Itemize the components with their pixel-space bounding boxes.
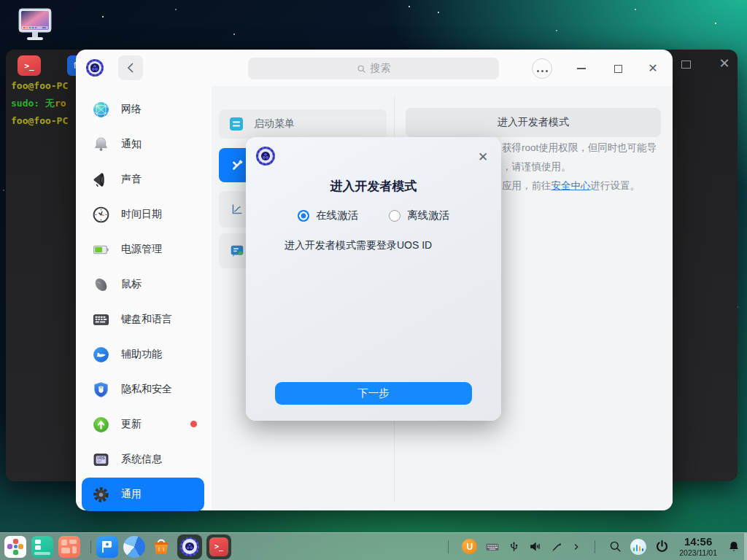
dialog-hint: 进入开发者模式需要登录UOS ID <box>285 239 432 252</box>
launcher-icon[interactable] <box>4 536 26 558</box>
minimize-button[interactable] <box>571 58 592 79</box>
update-badge <box>190 421 197 427</box>
terminal-icon: >_ <box>209 537 228 556</box>
minimize-icon <box>577 68 586 69</box>
volume-tray-icon[interactable] <box>528 540 542 553</box>
close-button[interactable]: ✕ <box>643 58 663 79</box>
update-icon <box>92 416 110 434</box>
system-tray: U <box>443 536 747 557</box>
svg-text:UOS: UOS <box>97 456 104 459</box>
terminal-app-icon: >_ <box>18 55 41 76</box>
sidebar-item-mouse[interactable]: 鼠标 <box>76 267 212 302</box>
sidebar-item-general[interactable]: 通用 <box>82 478 204 511</box>
usb-tray-icon[interactable] <box>508 540 520 553</box>
keyboard-tray-icon[interactable] <box>485 540 500 554</box>
sidebar-item-power[interactable]: 电源管理 <box>76 232 212 267</box>
experience-plan-icon <box>229 201 245 217</box>
terminal-close-button[interactable]: ✕ <box>715 54 734 73</box>
accessibility-icon <box>92 346 110 364</box>
power-icon <box>92 241 110 259</box>
mouse-icon <box>92 276 110 294</box>
sidebar-item-update[interactable]: 更新 <box>76 407 212 442</box>
file-manager-icon[interactable] <box>96 536 118 558</box>
maximize-button[interactable] <box>608 58 628 79</box>
search-icon <box>357 64 366 74</box>
power-tray-icon[interactable] <box>654 539 670 554</box>
info-line-2: ，请谨慎使用。 <box>502 158 657 176</box>
tray-separator <box>448 540 449 553</box>
sound-icon <box>92 171 110 189</box>
sidebar-item-sound[interactable]: 声音 <box>76 162 212 197</box>
radio-selected-icon[interactable] <box>298 210 309 222</box>
control-center-logo-icon <box>86 59 104 77</box>
control-center-taskbar-active[interactable] <box>177 534 202 559</box>
dialog-logo-icon <box>256 147 275 166</box>
app-store-icon[interactable] <box>150 536 172 558</box>
online-activation-option[interactable]: 在线激活 <box>298 209 358 222</box>
terminal-maximize-button[interactable] <box>681 61 691 69</box>
dialog-close-button[interactable]: ✕ <box>475 149 491 165</box>
info-line-3: 应用，前往安全中心进行设置。 <box>502 176 657 195</box>
grand-search-icon[interactable] <box>608 540 622 553</box>
developer-mode-dialog: ✕ 进入开发者模式 在线激活 离线激活 进入开发者模式需要登录UOS ID 下一… <box>246 137 501 421</box>
app-grid-icon[interactable] <box>58 536 80 558</box>
taskbar-clock[interactable]: 14:56 2023/11/01 <box>679 536 717 557</box>
clock-date: 2023/11/01 <box>679 549 717 557</box>
dialog-title: 进入开发者模式 <box>246 178 501 195</box>
system-info-icon: UOS <box>92 451 110 469</box>
next-step-button[interactable]: 下一步 <box>275 382 472 405</box>
browser-icon[interactable] <box>123 536 145 558</box>
general-gear-icon <box>92 486 110 504</box>
enter-developer-mode-button[interactable]: 进入开发者模式 <box>406 108 661 137</box>
expand-chevron-icon[interactable] <box>571 541 581 553</box>
launch-menu-icon <box>229 117 244 131</box>
search-input[interactable]: 搜索 <box>248 58 499 79</box>
sidebar-item-keyboard[interactable]: 键盘和语言 <box>76 302 212 337</box>
back-button[interactable] <box>118 55 143 80</box>
multitasking-icon[interactable] <box>31 536 53 558</box>
terminal-taskbar-active[interactable]: >_ <box>206 534 231 559</box>
uos-id-tray-icon[interactable]: U <box>462 539 477 554</box>
maximize-icon <box>614 65 622 73</box>
menu-button[interactable] <box>532 58 552 79</box>
security-center-link[interactable]: 安全中心 <box>551 180 591 191</box>
show-desktop-button[interactable] <box>743 533 747 560</box>
computer-monitor-icon <box>16 7 54 44</box>
developer-mode-icon <box>229 158 245 174</box>
close-icon: ✕ <box>648 63 657 74</box>
weather-tray-icon[interactable] <box>630 539 646 555</box>
terminal-output: foo@foo-PCsudo: 无rofoo@foo-PC <box>11 77 68 130</box>
list-item-launch-menu[interactable]: 启动菜单 <box>219 109 387 139</box>
sidebar: 网络 通知 声音 <box>76 92 212 511</box>
sidebar-item-network[interactable]: 网络 <box>76 92 212 127</box>
wallpaper-stars <box>0 0 1 1</box>
sidebar-item-notifications[interactable]: 通知 <box>76 127 212 162</box>
radio-unselected-icon[interactable] <box>389 210 400 222</box>
ellipsis-icon <box>535 62 549 75</box>
activation-options: 在线激活 离线激活 <box>246 209 501 222</box>
notification-bell-icon[interactable] <box>727 540 741 554</box>
feedback-icon <box>229 243 245 259</box>
datetime-icon <box>92 206 110 224</box>
sidebar-item-datetime[interactable]: 时间日期 <box>76 197 212 232</box>
control-center-icon <box>180 537 199 556</box>
computer-desktop-icon[interactable] <box>16 7 54 44</box>
sidebar-item-privacy[interactable]: 隐私和安全 <box>76 372 212 407</box>
clock-time: 14:56 <box>679 536 717 547</box>
tray-separator-2 <box>595 540 595 553</box>
taskbar-separator <box>90 540 91 553</box>
pen-tray-icon[interactable] <box>550 540 563 553</box>
taskbar: >_ U <box>0 532 747 560</box>
developer-mode-description: 获得root使用权限，但同时也可能导 ，请谨慎使用。 应用，前往安全中心进行设置… <box>502 139 657 195</box>
notification-icon <box>92 136 110 154</box>
keyboard-icon <box>92 311 110 329</box>
offline-activation-option[interactable]: 离线激活 <box>389 209 449 222</box>
sidebar-item-system-info[interactable]: UOS 系统信息 <box>76 442 212 477</box>
search-placeholder: 搜索 <box>371 62 391 75</box>
network-icon <box>92 101 110 119</box>
info-line-1: 获得root使用权限，但同时也可能导 <box>502 139 657 158</box>
sidebar-item-accessibility[interactable]: 辅助功能 <box>76 337 212 372</box>
chevron-left-icon <box>127 63 134 73</box>
privacy-shield-icon <box>92 381 110 399</box>
